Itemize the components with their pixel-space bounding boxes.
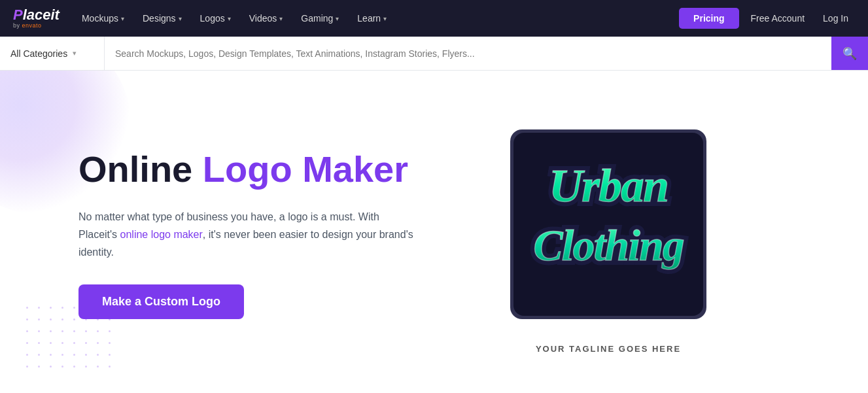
free-account-button[interactable]: Free Account	[744, 9, 812, 27]
search-bar: All Categories ▾ 🔍	[0, 37, 868, 71]
hero-section: Online Logo Maker No matter what type of…	[0, 71, 868, 393]
hero-visual: Urban Urban Clothing Clothing	[471, 110, 746, 354]
hero-title: Online Logo Maker	[78, 149, 471, 190]
hero-description: No matter what type of business you have…	[78, 208, 419, 262]
svg-text:Clothing: Clothing	[533, 220, 684, 270]
nav-item-videos[interactable]: Videos ▾	[243, 9, 290, 27]
chevron-down-icon: ▾	[336, 15, 339, 22]
chevron-down-icon: ▾	[179, 15, 182, 22]
search-button[interactable]: 🔍	[831, 37, 868, 70]
logo-mockup: Urban Urban Clothing Clothing	[497, 123, 720, 339]
login-button[interactable]: Log In	[816, 9, 855, 27]
category-dropdown[interactable]: All Categories ▾	[0, 37, 105, 70]
nav-item-mockups[interactable]: Mockups ▾	[75, 9, 131, 27]
chevron-down-icon: ▾	[73, 49, 77, 58]
nav-item-designs[interactable]: Designs ▾	[136, 9, 188, 27]
logo[interactable]: Placeit by envato	[13, 8, 60, 29]
make-custom-logo-button[interactable]: Make a Custom Logo	[78, 284, 244, 319]
hero-content: Online Logo Maker No matter what type of…	[78, 110, 471, 319]
search-input[interactable]	[105, 37, 831, 70]
navbar: Placeit by envato Mockups ▾ Designs ▾ Lo…	[0, 0, 868, 37]
nav-item-logos[interactable]: Logos ▾	[194, 9, 237, 27]
online-logo-maker-link[interactable]: online logo maker	[120, 229, 203, 240]
chevron-down-icon: ▾	[383, 15, 387, 22]
svg-text:Urban: Urban	[549, 160, 668, 212]
chevron-down-icon: ▾	[121, 15, 124, 22]
nav-item-gaming[interactable]: Gaming ▾	[294, 9, 345, 27]
chevron-down-icon: ▾	[228, 15, 231, 22]
tagline-text: YOUR TAGLINE GOES HERE	[536, 344, 681, 354]
pricing-button[interactable]: Pricing	[679, 8, 738, 29]
search-icon: 🔍	[842, 46, 857, 61]
nav-item-learn[interactable]: Learn ▾	[351, 9, 393, 27]
chevron-down-icon: ▾	[279, 15, 283, 22]
